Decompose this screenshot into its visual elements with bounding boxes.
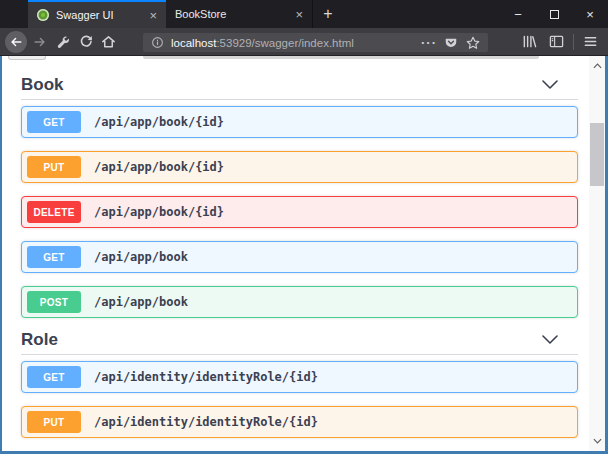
section-title: Book <box>21 75 64 95</box>
method-badge: GET <box>27 366 81 388</box>
endpoint-row[interactable]: DELETE/api/app/book/{id} <box>21 196 578 228</box>
home-button[interactable] <box>97 28 120 56</box>
maximize-button[interactable] <box>536 0 572 28</box>
chevron-down-icon <box>593 438 602 444</box>
forward-arrow-icon <box>33 35 47 49</box>
endpoint-row[interactable]: PUT/api/app/book/{id} <box>21 151 578 183</box>
endpoint-path: /api/app/book/{id} <box>94 115 224 129</box>
tab-close-icon[interactable]: × <box>295 8 303 21</box>
method-badge: DELETE <box>27 201 81 223</box>
tab-title: BookStore <box>175 8 289 20</box>
endpoint-row[interactable]: GET/api/app/book/{id} <box>21 106 578 138</box>
url-text: localhost:53929/swagger/index.html <box>171 37 354 49</box>
vertical-scrollbar[interactable] <box>589 56 605 451</box>
tab-swagger-ui[interactable]: Swagger UI × <box>28 0 166 28</box>
toolbar-divider <box>573 34 574 50</box>
endpoint-path: /api/identity/identityRole/{id} <box>94 370 318 384</box>
method-badge: GET <box>27 246 81 268</box>
method-badge: PUT <box>27 411 81 433</box>
scroll-down-button[interactable] <box>589 433 605 449</box>
url-bar[interactable]: localhost:53929/swagger/index.html ··· <box>143 33 488 52</box>
close-button[interactable]: × <box>572 0 608 28</box>
sidebar-toggle-button[interactable] <box>543 28 570 56</box>
section-header[interactable]: Book <box>21 76 578 100</box>
reload-button[interactable] <box>74 28 97 56</box>
section-collapse-button[interactable] <box>542 80 558 89</box>
pocket-icon <box>444 36 458 50</box>
section-header[interactable]: Role <box>21 331 578 355</box>
tab-bookstore[interactable]: BookStore × <box>166 0 313 28</box>
nav-buttons <box>0 28 120 55</box>
pocket-button[interactable] <box>444 36 458 50</box>
site-info-button[interactable] <box>151 36 164 49</box>
window-controls: − × <box>500 0 608 28</box>
navigation-toolbar: localhost:53929/swagger/index.html ··· <box>0 28 608 56</box>
endpoint-path: /api/app/book/{id} <box>94 160 224 174</box>
library-button[interactable] <box>516 28 543 56</box>
section-collapse-button[interactable] <box>542 335 558 344</box>
method-badge: POST <box>27 291 81 313</box>
method-badge: PUT <box>27 156 81 178</box>
endpoint-row[interactable]: PUT/api/identity/identityRole/{id} <box>21 406 578 438</box>
page-actions-button[interactable]: ··· <box>421 35 437 50</box>
browser-window: Swagger UI × BookStore × + − × <box>0 0 608 454</box>
endpoint-path: /api/identity/identityRole/{id} <box>94 415 318 429</box>
section-title: Role <box>21 330 58 350</box>
scroll-up-button[interactable] <box>589 58 605 74</box>
url-host: localhost <box>171 37 216 49</box>
chevron-down-icon <box>542 335 558 344</box>
home-icon <box>101 34 116 49</box>
refresh-icon <box>78 34 93 49</box>
page-content: BookGET/api/app/book/{id}PUT/api/app/boo… <box>0 56 608 454</box>
menu-button[interactable] <box>577 28 604 56</box>
endpoint-path: /api/app/book <box>94 295 188 309</box>
url-path: :53929/swagger/index.html <box>216 37 353 49</box>
library-icon <box>522 34 537 49</box>
swagger-favicon-icon <box>37 9 49 21</box>
developer-tools-button[interactable] <box>51 28 74 56</box>
info-icon <box>151 36 164 49</box>
chevron-down-icon <box>542 80 558 89</box>
api-sections: BookGET/api/app/book/{id}PUT/api/app/boo… <box>21 56 578 451</box>
endpoint-row[interactable]: POST/api/app/book <box>21 286 578 318</box>
sidebar-icon <box>549 34 564 49</box>
api-section: RoleGET/api/identity/identityRole/{id}PU… <box>21 331 578 438</box>
api-section: BookGET/api/app/book/{id}PUT/api/app/boo… <box>21 76 578 318</box>
titlebar-spacer <box>0 0 28 28</box>
back-arrow-icon <box>9 35 23 49</box>
endpoint-path: /api/app/book/{id} <box>94 205 224 219</box>
endpoint-row[interactable]: GET/api/app/book <box>21 241 578 273</box>
endpoint-path: /api/app/book <box>94 250 188 264</box>
new-tab-button[interactable]: + <box>313 0 343 28</box>
endpoint-row[interactable]: GET/api/identity/identityRole/{id} <box>21 361 578 393</box>
method-badge: GET <box>27 111 81 133</box>
bookmark-button[interactable] <box>466 36 480 50</box>
chevron-up-icon <box>593 63 602 69</box>
minimize-button[interactable]: − <box>500 0 536 28</box>
forward-button[interactable] <box>28 28 51 56</box>
scrollbar-thumb[interactable] <box>590 123 604 186</box>
tab-bar: Swagger UI × BookStore × + − × <box>0 0 608 28</box>
back-button[interactable] <box>5 31 27 53</box>
star-icon <box>466 36 480 50</box>
maximize-icon <box>550 10 559 19</box>
tab-close-icon[interactable]: × <box>149 9 157 22</box>
toolbar-right <box>516 28 604 55</box>
urlbar-actions: ··· <box>421 35 488 50</box>
tab-title: Swagger UI <box>56 9 143 21</box>
hamburger-icon <box>583 34 598 49</box>
wrench-icon <box>55 34 70 49</box>
